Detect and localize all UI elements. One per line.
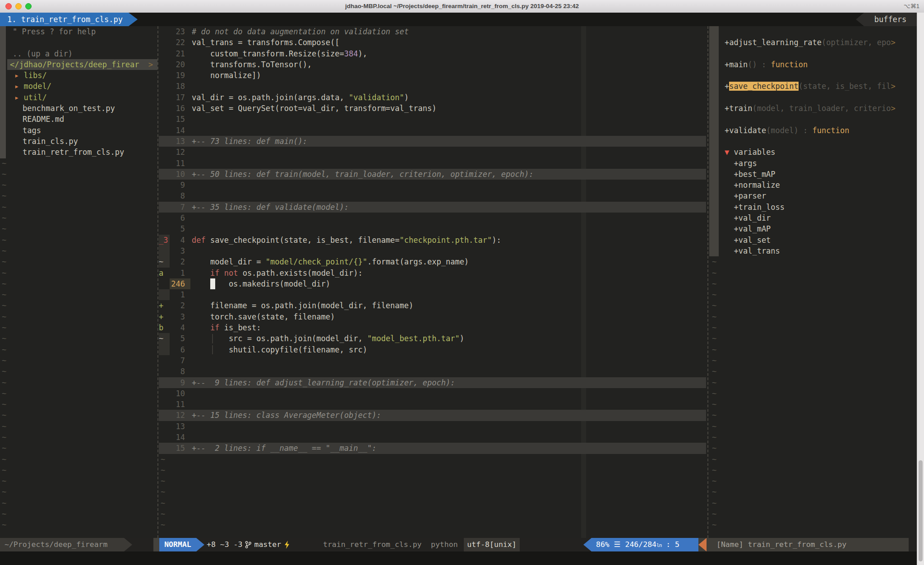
- vertical-scrollbar-thumb[interactable]: [919, 460, 923, 561]
- code-line[interactable]: 20 transforms.ToTensor(),: [159, 59, 706, 70]
- tree-item[interactable]: [0, 37, 157, 48]
- empty-line-tilde: ~: [159, 519, 706, 530]
- tag-item[interactable]: +main() : function: [709, 59, 917, 70]
- code-line[interactable]: 13: [159, 421, 706, 432]
- code-line[interactable]: 7: [159, 355, 706, 366]
- tag-item[interactable]: +val_trans: [709, 245, 917, 256]
- code-line[interactable]: 14: [159, 432, 706, 443]
- window-separator-left[interactable]: [157, 26, 158, 538]
- empty-line-tilde: ~: [709, 465, 917, 476]
- code-line[interactable]: 22val_trans = transforms.Compose([: [159, 37, 706, 48]
- empty-line-tilde: ~: [709, 421, 917, 432]
- code-line[interactable]: 23# do not do data augmentation on valid…: [159, 26, 706, 37]
- line-number: 13: [170, 421, 190, 432]
- tag-item[interactable]: +val_mAP: [709, 223, 917, 234]
- tree-item[interactable]: ▸ util/: [0, 92, 157, 103]
- tag-item[interactable]: +val_dir: [709, 213, 917, 223]
- tree-item[interactable]: benchmark_on_test.py: [0, 103, 157, 114]
- tree-item[interactable]: train_cls.py: [0, 136, 157, 147]
- line-number: 19: [170, 70, 190, 81]
- code-line[interactable]: +3 torch.save(state, filename): [159, 311, 706, 322]
- tag-item[interactable]: +save_checkpoint(state, is_best, fil>: [709, 81, 917, 92]
- folded-code-line[interactable]: 15+-- 2 lines: if __name__ == "__main__"…: [159, 443, 706, 454]
- gutter-sign: [159, 443, 170, 454]
- code-line[interactable]: 18: [159, 81, 706, 92]
- tag-item[interactable]: [709, 136, 917, 147]
- line-number: 6: [170, 344, 190, 355]
- code-line[interactable]: 3: [159, 245, 706, 256]
- tag-item[interactable]: +parser: [709, 190, 917, 201]
- code-line[interactable]: 14: [159, 125, 706, 136]
- tag-item[interactable]: +args: [709, 158, 917, 169]
- code-line[interactable]: 16val_set = QuerySet(root=val_dir, trans…: [159, 103, 706, 114]
- code-line[interactable]: 9: [159, 180, 706, 190]
- code-line[interactable]: 19 normalize]): [159, 70, 706, 81]
- empty-line-tilde: ~: [709, 344, 917, 355]
- code-line[interactable]: 8: [159, 190, 706, 201]
- tag-item[interactable]: +train(model, train_loader, criterio>: [709, 103, 917, 114]
- code-line[interactable]: 246 os.makedirs(model_dir): [159, 278, 706, 289]
- folded-code-line[interactable]: 12+-- 15 lines: class AverageMeter(objec…: [159, 410, 706, 421]
- tag-item[interactable]: +validate(model) : function: [709, 125, 917, 136]
- empty-line-tilde: ~: [0, 300, 157, 311]
- line-number: 18: [170, 81, 190, 92]
- tag-item[interactable]: ▼ variables: [709, 147, 917, 157]
- code-line[interactable]: 6: [159, 213, 706, 223]
- tag-item[interactable]: +adjust_learning_rate(optimizer, epo>: [709, 37, 917, 48]
- code-line[interactable]: 1: [159, 289, 706, 300]
- code-line[interactable]: 6 shutil.copyfile(filename, src): [159, 344, 706, 355]
- command-line[interactable]: [0, 551, 924, 565]
- empty-line-tilde: ~: [0, 202, 157, 213]
- gutter-sign: [159, 410, 170, 421]
- code-line[interactable]: b4 if is_best:: [159, 322, 706, 333]
- line-position: 246/284: [625, 540, 656, 549]
- code-line[interactable]: 11: [159, 158, 706, 169]
- code-line[interactable]: 12: [159, 147, 706, 157]
- nerdtree-scrollbar-thumb[interactable]: [0, 26, 6, 158]
- tag-item[interactable]: [709, 92, 917, 103]
- code-line[interactable]: 15: [159, 114, 706, 125]
- vertical-scrollbar[interactable]: [917, 13, 924, 565]
- tree-root-item[interactable]: </jdhao/Projects/deep_firear>: [7, 59, 157, 70]
- code-line[interactable]: 21 custom_transform.Resize(size=384),: [159, 48, 706, 59]
- tree-item[interactable]: ▸ model/: [0, 81, 157, 92]
- tag-item[interactable]: +normalize: [709, 180, 917, 190]
- folded-code-line[interactable]: 7+-- 35 lines: def validate(model):: [159, 202, 706, 213]
- code-line[interactable]: 17val_dir = os.path.join(args.data, "val…: [159, 92, 706, 103]
- folded-code-line[interactable]: 9+-- 9 lines: def adjust_learning_rate(o…: [159, 377, 706, 388]
- window-separator-right[interactable]: [707, 26, 708, 538]
- tag-item[interactable]: [709, 48, 917, 59]
- empty-line-tilde: ~: [0, 519, 157, 530]
- empty-line-tilde: ~: [709, 256, 917, 267]
- tagbar-outline-panel: +adjust_learning_rate(optimizer, epo>+ma…: [709, 26, 917, 538]
- code-line[interactable]: 8: [159, 366, 706, 377]
- tree-item[interactable]: tags: [0, 125, 157, 136]
- tag-item[interactable]: +train_loss: [709, 202, 917, 213]
- tag-item[interactable]: [709, 70, 917, 81]
- tree-item[interactable]: " Press ? for help: [0, 26, 157, 37]
- tree-item[interactable]: .. (up a dir): [0, 48, 157, 59]
- code-line[interactable]: 11: [159, 399, 706, 410]
- folded-code-line[interactable]: 10+-- 50 lines: def train(model, train_l…: [159, 169, 706, 180]
- code-line[interactable]: ~5 src = os.path.join(model_dir, "model_…: [159, 333, 706, 344]
- tree-item[interactable]: train_retr_from_cls.py: [0, 147, 157, 157]
- tree-item[interactable]: README.md: [0, 114, 157, 125]
- code-line[interactable]: 10: [159, 388, 706, 399]
- tag-item[interactable]: +best_mAP: [709, 169, 917, 180]
- line-number: 11: [170, 399, 190, 410]
- gutter-sign: [159, 278, 170, 289]
- tree-item[interactable]: ▸ libs/: [0, 70, 157, 81]
- code-line[interactable]: 5: [159, 223, 706, 234]
- tag-item[interactable]: [709, 114, 917, 125]
- tag-item[interactable]: [709, 26, 917, 37]
- folded-code-line[interactable]: 13+-- 73 lines: def main():: [159, 136, 706, 147]
- line-number: 4: [170, 322, 190, 333]
- code-line[interactable]: ~2 model_dir = "model/check_point/{}".fo…: [159, 256, 706, 267]
- code-line[interactable]: a1 if not os.path.exists(model_dir):: [159, 268, 706, 278]
- gutter-sign: [159, 180, 170, 190]
- tag-item[interactable]: +val_set: [709, 235, 917, 245]
- empty-line-tilde: ~: [709, 432, 917, 443]
- code-line[interactable]: _34def save_checkpoint(state, is_best, f…: [159, 235, 706, 245]
- tab-train-retr-from-cls[interactable]: 1. train_retr_from_cls.py: [0, 13, 129, 26]
- code-line[interactable]: +2 filename = os.path.join(model_dir, fi…: [159, 300, 706, 311]
